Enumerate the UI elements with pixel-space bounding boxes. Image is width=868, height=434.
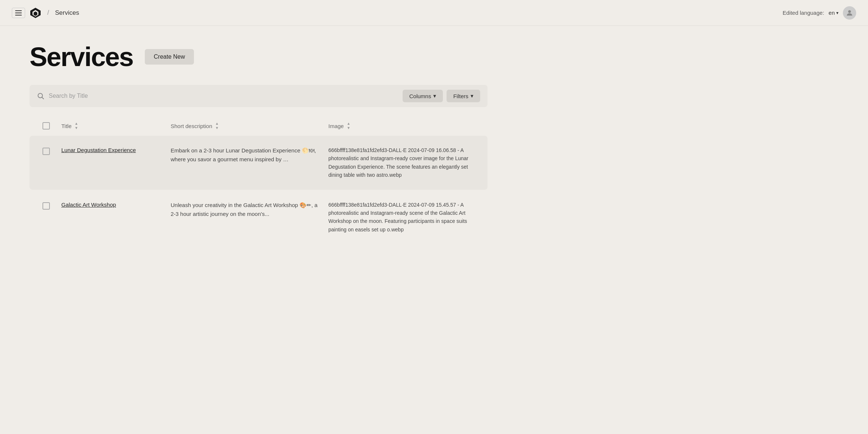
row-description-0: Embark on a 2-3 hour Lunar Degustation E…: [171, 146, 322, 164]
filters-chevron-icon: ▾: [471, 93, 474, 99]
page-title: Services: [30, 44, 133, 70]
filter-buttons: Columns ▾ Filters ▾: [403, 90, 480, 102]
table-row: Galactic Art Workshop Unleash your creat…: [30, 190, 488, 244]
table-container: Title ▲ ▼ Short description ▲ ▼ Image ▲ …: [30, 122, 488, 244]
navbar-right: Edited language: en ▾: [783, 6, 856, 20]
row-image-0: 666bffff138e81fa1fd2efd3-DALL·E 2024-07-…: [328, 146, 480, 179]
description-sort-desc[interactable]: ▼: [215, 126, 219, 130]
search-icon: [37, 92, 44, 100]
create-new-button[interactable]: Create New: [145, 49, 194, 65]
row-checkbox-1[interactable]: [42, 202, 50, 210]
breadcrumb-separator: /: [47, 9, 49, 17]
logo-icon: [30, 7, 41, 19]
title-sort-desc[interactable]: ▼: [75, 126, 78, 130]
header-checkbox-cell: [37, 122, 55, 130]
table-header: Title ▲ ▼ Short description ▲ ▼ Image ▲ …: [30, 122, 488, 136]
row-title-0[interactable]: Lunar Degustation Experience: [61, 146, 165, 155]
user-icon: [845, 9, 854, 17]
main-content: Services Create New Columns ▾ Filters ▾: [0, 26, 517, 262]
filters-button[interactable]: Filters ▾: [447, 90, 480, 102]
search-filter-bar: Columns ▾ Filters ▾: [30, 85, 488, 107]
row-description-1: Unleash your creativity in the Galactic …: [171, 201, 322, 218]
image-sort-desc[interactable]: ▼: [347, 126, 351, 130]
row-title-1[interactable]: Galactic Art Workshop: [61, 201, 165, 209]
columns-label: Columns: [409, 93, 431, 99]
col-header-title: Title ▲ ▼: [61, 122, 165, 130]
columns-button[interactable]: Columns ▾: [403, 90, 443, 102]
chevron-down-icon: ▾: [836, 10, 838, 16]
description-sort-asc[interactable]: ▲: [215, 122, 219, 125]
row-checkbox-cell: [37, 146, 55, 155]
row-checkbox-0[interactable]: [42, 148, 50, 155]
row-checkbox-cell: [37, 201, 55, 210]
image-sort-asc[interactable]: ▲: [347, 122, 351, 125]
select-all-checkbox[interactable]: [42, 122, 50, 130]
image-sort-arrows: ▲ ▼: [347, 122, 351, 130]
description-sort-arrows: ▲ ▼: [215, 122, 219, 130]
title-sort-asc[interactable]: ▲: [75, 122, 78, 125]
svg-point-3: [848, 10, 851, 13]
table-body: Lunar Degustation Experience Embark on a…: [30, 136, 488, 244]
svg-line-5: [42, 97, 44, 99]
hamburger-icon: [15, 10, 22, 16]
title-sort-arrows: ▲ ▼: [75, 122, 78, 130]
columns-chevron-icon: ▾: [433, 93, 436, 99]
page-header: Services Create New: [30, 44, 488, 70]
language-value: en: [828, 10, 835, 16]
col-image-label: Image: [328, 123, 344, 129]
col-header-description: Short description ▲ ▼: [171, 122, 322, 130]
breadcrumb-page: Services: [55, 9, 79, 17]
col-description-label: Short description: [171, 123, 212, 129]
avatar[interactable]: [843, 6, 856, 20]
table-row: Lunar Degustation Experience Embark on a…: [30, 136, 488, 190]
navbar: / Services Edited language: en ▾: [0, 0, 868, 26]
edited-language-label: Edited language:: [783, 10, 824, 16]
col-title-label: Title: [61, 123, 72, 129]
language-selector[interactable]: en ▾: [828, 10, 838, 16]
col-header-image: Image ▲ ▼: [328, 122, 480, 130]
filters-label: Filters: [453, 93, 468, 99]
row-image-1: 666bffff138e81fa1fd2efd3-DALL·E 2024-07-…: [328, 201, 480, 234]
navbar-left: / Services: [12, 7, 79, 19]
menu-button[interactable]: [12, 8, 25, 18]
search-input[interactable]: [49, 93, 398, 99]
